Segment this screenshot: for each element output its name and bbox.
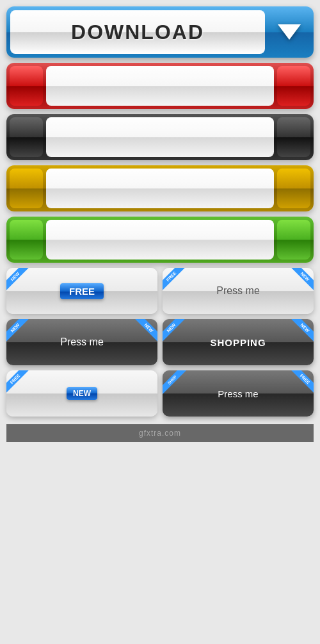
red-panel-right xyxy=(277,66,310,106)
new-badge-button-wrap[interactable]: NEW xyxy=(6,370,157,417)
download-button[interactable]: DOWNLOAD xyxy=(6,6,314,58)
green-button-center xyxy=(46,220,274,260)
gold-panel-right xyxy=(277,169,310,208)
pressme-button-3-wrap[interactable]: Press me xyxy=(163,370,314,417)
free-label: FREE xyxy=(60,283,104,299)
dark-button[interactable] xyxy=(6,114,314,160)
pressme-button-3-body: Press me xyxy=(163,370,314,417)
pressme-button-1-wrap[interactable]: Press me xyxy=(163,268,314,314)
gold-button-center xyxy=(46,169,274,208)
pressme-label-1: Press me xyxy=(216,285,260,297)
dark-panel-left xyxy=(10,117,43,157)
ribbon-new-topright-shopping xyxy=(289,319,314,343)
ribbon-new-topright-2 xyxy=(133,319,157,343)
pressme-button-2-wrap[interactable]: Press me xyxy=(6,319,157,365)
gold-panel-left xyxy=(10,169,43,208)
new-badge-button-body: NEW xyxy=(6,370,157,417)
free-button-body: FREE xyxy=(6,268,157,314)
green-button[interactable] xyxy=(6,217,314,263)
small-buttons-row-3: NEW Press me xyxy=(6,370,314,417)
ribbon-free-topleft-3 xyxy=(6,370,31,395)
red-panel-left xyxy=(10,66,43,106)
download-button-label: DOWNLOAD xyxy=(71,21,204,44)
green-panel-right xyxy=(277,220,310,260)
dark-button-center xyxy=(46,117,274,157)
free-button-wrap[interactable]: FREE xyxy=(6,268,157,314)
ribbon-new-topleft-2 xyxy=(6,319,31,343)
ribbon-new-topright xyxy=(289,268,314,292)
download-icon-area xyxy=(269,10,310,54)
ribbon-new-topleft-shopping xyxy=(163,319,187,343)
download-arrow-icon xyxy=(278,24,301,40)
ribbon-free-topright xyxy=(289,370,314,395)
pressme-label-2: Press me xyxy=(60,336,104,348)
download-button-inner: DOWNLOAD xyxy=(10,10,265,54)
green-panel-left xyxy=(10,220,43,260)
new-badge-label: NEW xyxy=(67,387,97,400)
dark-panel-right xyxy=(277,117,310,157)
shopping-button-wrap[interactable]: SHOPPING xyxy=(163,319,314,365)
watermark-bar: gfxtra.com xyxy=(6,424,314,442)
ribbon-shopping-topleft xyxy=(163,370,191,399)
red-button[interactable] xyxy=(6,63,314,109)
shopping-button-body: SHOPPING xyxy=(163,319,314,365)
red-button-center xyxy=(46,66,274,106)
pressme-button-2-body: Press me xyxy=(6,319,157,365)
ribbon-new-topleft xyxy=(6,268,31,292)
shopping-label: SHOPPING xyxy=(210,337,266,348)
ribbon-free-topleft xyxy=(163,268,187,292)
gold-button[interactable] xyxy=(6,165,314,211)
small-buttons-row-1: FREE Press me xyxy=(6,268,314,314)
pressme-button-1-body: Press me xyxy=(163,268,314,314)
pressme-label-3: Press me xyxy=(218,388,258,399)
small-buttons-row-2: Press me SHOPPING xyxy=(6,319,314,365)
watermark-text: gfxtra.com xyxy=(139,429,181,438)
